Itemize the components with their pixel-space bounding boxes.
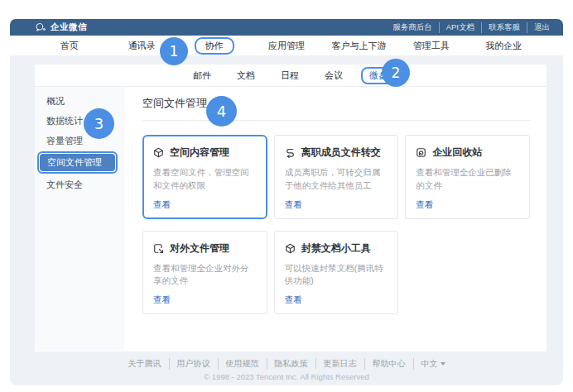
card-description: 查看和管理全企业对外分享的文件 xyxy=(153,262,257,289)
step-2-badge: 2 xyxy=(382,59,410,87)
header-link-api-docs[interactable]: API文档 xyxy=(439,22,474,33)
language-selector[interactable]: 中文 xyxy=(413,358,445,370)
admin-console-window: 企业微信 服务商后台 API文档 联系客服 退出 首页 通讯录 协作 应用管理 … xyxy=(10,19,563,385)
nav-item-customers[interactable]: 客户与上下游 xyxy=(323,40,395,52)
tab-mail[interactable]: 邮件 xyxy=(185,68,219,84)
card-ban-document-tool: 封禁文档小工具 可以快速封禁文档(腾讯特供功能) 查看 xyxy=(274,231,399,315)
nav-item-app-management[interactable]: 应用管理 xyxy=(250,40,322,52)
step-3-badge: 3 xyxy=(84,108,114,139)
view-link[interactable]: 查看 xyxy=(285,288,388,306)
view-link[interactable]: 查看 xyxy=(285,193,388,211)
nav-active-highlight: 协作 xyxy=(195,37,234,55)
footer-link-user-agreement[interactable]: 用户协议 xyxy=(169,358,210,370)
header-link-provider[interactable]: 服务商后台 xyxy=(392,22,432,33)
nav-item-collaboration[interactable]: 协作 xyxy=(178,37,250,55)
card-title: 封禁文档小工具 xyxy=(301,241,371,256)
view-link[interactable]: 查看 xyxy=(153,193,257,211)
sidebar-item-capacity[interactable]: 容量管理 xyxy=(35,131,124,151)
file-share-icon xyxy=(153,243,164,254)
nav-item-my-company[interactable]: 我的企业 xyxy=(468,40,540,52)
footer-link-privacy[interactable]: 隐私政策 xyxy=(267,358,308,370)
nav-item-admin-tools[interactable]: 管理工具 xyxy=(395,40,467,52)
card-enterprise-recycle-bin: 企业回收站 查看和管理全企业已删除的文件 查看 xyxy=(405,135,530,219)
card-departed-member-transfer: 离职成员文件转交 成员离职后，可转交归属于他的文件给其他员工 查看 xyxy=(274,135,399,219)
step-4-badge: 4 xyxy=(206,96,237,127)
card-external-file-management: 对外文件管理 查看和管理全企业对外分享的文件 查看 xyxy=(142,231,267,315)
content-background: 邮件 文档 日程 会议 微盘 概况 数据统计 容量管理 空间文件管理 文件安全 xyxy=(10,55,563,385)
sidebar-selected-highlight: 空间文件管理 xyxy=(37,151,118,174)
footer-link-help-center[interactable]: 帮助中心 xyxy=(364,358,406,370)
card-description: 查看和管理全企业已删除的文件 xyxy=(416,166,519,193)
tab-docs[interactable]: 文档 xyxy=(229,68,262,84)
header-link-logout[interactable]: 退出 xyxy=(527,22,550,33)
language-label: 中文 xyxy=(421,358,438,370)
collaboration-tabs: 邮件 文档 日程 会议 微盘 xyxy=(35,65,547,87)
brand-label: 企业微信 xyxy=(51,22,87,33)
content-area: 空间文件管理 xyxy=(124,87,547,351)
footer-links: 关于腾讯 用户协议 使用规范 隐私政策 更新日志 帮助中心 中文 xyxy=(128,358,445,370)
card-title: 空间内容管理 xyxy=(170,146,229,160)
view-link[interactable]: 查看 xyxy=(416,193,519,211)
header-link-support[interactable]: 联系客服 xyxy=(481,22,520,33)
copyright-text: © 1998 - 2023 Tencent Inc. All Rights Re… xyxy=(10,372,563,381)
transfer-arrows-icon xyxy=(285,147,296,158)
sidebar-item-file-security[interactable]: 文件安全 xyxy=(35,174,124,194)
top-header-bar: 企业微信 服务商后台 API文档 联系客服 退出 xyxy=(10,19,563,36)
card-title: 企业回收站 xyxy=(432,146,482,160)
tab-meeting[interactable]: 会议 xyxy=(317,68,350,84)
sidebar-item-space-files[interactable]: 空间文件管理 xyxy=(40,154,115,171)
card-description: 成员离职后，可转交归属于他的文件给其他员工 xyxy=(285,166,388,193)
step-1-badge: 1 xyxy=(160,37,188,65)
chat-bubble-icon xyxy=(35,22,47,32)
footer-link-changelog[interactable]: 更新日志 xyxy=(315,358,357,370)
screenshot-root: 企业微信 服务商后台 API文档 联系客服 退出 首页 通讯录 协作 应用管理 … xyxy=(0,0,573,392)
nav-item-home[interactable]: 首页 xyxy=(33,40,105,52)
cube-icon xyxy=(285,243,296,254)
sidebar-item-overview[interactable]: 概况 xyxy=(35,91,124,111)
footer-link-usage-rules[interactable]: 使用规范 xyxy=(218,358,259,370)
page-footer: 关于腾讯 用户协议 使用规范 隐私政策 更新日志 帮助中心 中文 © 1998 … xyxy=(10,355,563,381)
primary-nav: 首页 通讯录 协作 应用管理 客户与上下游 管理工具 我的企业 xyxy=(10,36,563,55)
page-title: 空间文件管理 xyxy=(142,96,530,111)
wecom-logo[interactable]: 企业微信 xyxy=(35,22,87,33)
main-panel: 邮件 文档 日程 会议 微盘 概况 数据统计 容量管理 空间文件管理 文件安全 xyxy=(35,65,547,351)
recycle-bin-icon xyxy=(416,147,426,158)
caret-down-icon xyxy=(441,362,445,366)
cube-icon xyxy=(153,147,164,158)
feature-cards: 空间内容管理 查看空间文件，管理空间和文件的权限 查看 xyxy=(142,135,530,314)
card-title: 离职成员文件转交 xyxy=(301,146,381,160)
tab-calendar[interactable]: 日程 xyxy=(273,68,306,84)
footer-link-about[interactable]: 关于腾讯 xyxy=(128,358,161,370)
title-divider xyxy=(142,120,530,121)
card-description: 查看空间文件，管理空间和文件的权限 xyxy=(153,166,257,193)
card-title: 对外文件管理 xyxy=(170,241,229,256)
card-space-content-management: 空间内容管理 查看空间文件，管理空间和文件的权限 查看 xyxy=(142,135,267,219)
header-links: 服务商后台 API文档 联系客服 退出 xyxy=(392,22,550,33)
view-link[interactable]: 查看 xyxy=(153,288,257,306)
card-description: 可以快速封禁文档(腾讯特供功能) xyxy=(285,262,388,289)
